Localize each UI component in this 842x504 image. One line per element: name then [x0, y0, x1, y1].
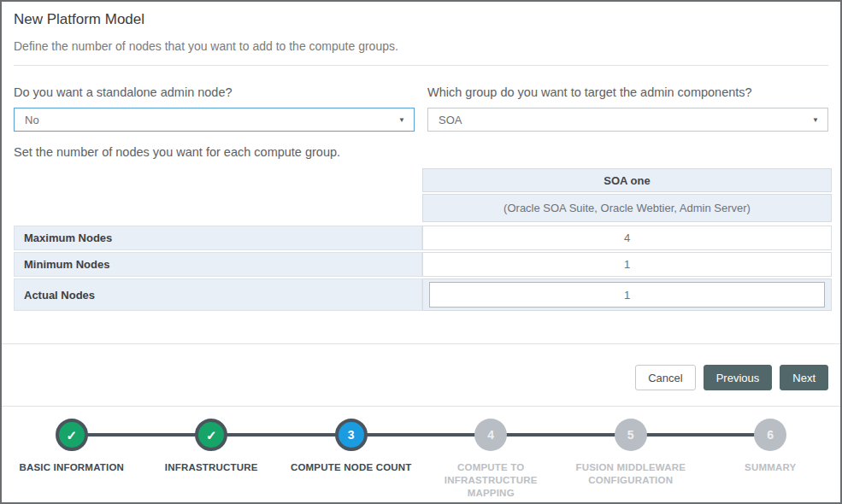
check-icon: ✓: [206, 429, 217, 442]
step-label: COMPUTE NODE COUNT: [291, 461, 412, 474]
new-platform-model-dialog: New Platform Model Define the number of …: [0, 0, 842, 504]
page-subtitle: Define the number of nodes that you want…: [14, 39, 828, 53]
step-label: FUSION MIDDLEWARE CONFIGURATION: [566, 461, 696, 487]
node-count-table: SOA one (Oracle SOA Suite, Oracle Webtie…: [14, 168, 832, 311]
minimum-nodes-value: 1: [422, 252, 832, 277]
maximum-nodes-value: 4: [422, 226, 832, 250]
step-label: INFRASTRUCTURE: [165, 461, 258, 474]
standalone-admin-select[interactable]: No ▼: [14, 108, 415, 132]
step-compute-node-count[interactable]: 3 COMPUTE NODE COUNT: [281, 407, 421, 502]
step-circle-upcoming: 4: [474, 419, 507, 451]
step-circle-upcoming: 6: [754, 419, 786, 451]
step-summary: 6 SUMMARY: [701, 407, 841, 502]
group-components-header: (Oracle SOA Suite, Oracle Webtier, Admin…: [422, 194, 832, 222]
step-circle-completed[interactable]: ✓: [56, 419, 88, 451]
table-header-row: SOA one: [14, 168, 832, 192]
next-button[interactable]: Next: [780, 365, 828, 390]
group-name-header: SOA one: [422, 168, 832, 192]
chevron-down-icon: ▼: [812, 116, 819, 124]
previous-button[interactable]: Previous: [704, 365, 773, 390]
check-icon: ✓: [66, 429, 77, 442]
step-label: COMPUTE TO INFRASTRUCTURE MAPPING: [426, 461, 556, 500]
main-content: Do you want a standalone admin node? No …: [2, 66, 840, 343]
node-table-caption: Set the number of nodes you want for eac…: [14, 145, 828, 159]
page-header: New Platform Model Define the number of …: [2, 2, 840, 66]
questions-row: Do you want a standalone admin node? No …: [14, 85, 828, 132]
standalone-admin-question: Do you want a standalone admin node? No …: [14, 85, 415, 132]
actual-nodes-input[interactable]: [429, 282, 825, 308]
table-row-maximum-nodes: Maximum Nodes 4: [14, 226, 832, 250]
cancel-button[interactable]: Cancel: [635, 365, 695, 390]
step-basic-information[interactable]: ✓ BASIC INFORMATION: [2, 407, 142, 502]
step-fusion-middleware-configuration: 5 FUSION MIDDLEWARE CONFIGURATION: [561, 407, 701, 502]
target-group-label: Which group do you want to target the ad…: [427, 85, 828, 99]
header-spacer-cell: [14, 168, 422, 192]
wizard-stepper: ✓ BASIC INFORMATION ✓ INFRASTRUCTURE 3 C…: [2, 406, 840, 502]
page-title: New Platform Model: [14, 11, 828, 28]
chevron-down-icon: ▼: [398, 116, 405, 124]
row-label: Actual Nodes: [14, 278, 422, 311]
table-row-actual-nodes: Actual Nodes: [14, 278, 832, 311]
row-label: Minimum Nodes: [14, 252, 422, 277]
standalone-admin-select-value: No: [25, 114, 398, 126]
row-label: Maximum Nodes: [14, 226, 422, 250]
step-compute-to-infrastructure-mapping: 4 COMPUTE TO INFRASTRUCTURE MAPPING: [421, 407, 562, 502]
step-label: SUMMARY: [745, 461, 796, 474]
target-group-select[interactable]: SOA ▼: [427, 108, 828, 132]
table-row-minimum-nodes: Minimum Nodes 1: [14, 252, 832, 277]
step-infrastructure[interactable]: ✓ INFRASTRUCTURE: [142, 407, 282, 502]
button-bar: Cancel Previous Next: [2, 343, 840, 406]
header-spacer-cell: [14, 194, 422, 222]
step-circle-upcoming: 5: [615, 419, 647, 451]
step-label: BASIC INFORMATION: [19, 461, 124, 474]
standalone-admin-label: Do you want a standalone admin node?: [14, 85, 415, 99]
actual-nodes-cell: [422, 278, 832, 311]
target-group-question: Which group do you want to target the ad…: [427, 85, 828, 132]
target-group-select-value: SOA: [439, 114, 812, 126]
table-subheader-row: (Oracle SOA Suite, Oracle Webtier, Admin…: [14, 194, 832, 222]
step-circle-completed[interactable]: ✓: [195, 419, 227, 451]
step-circle-active[interactable]: 3: [335, 419, 368, 451]
